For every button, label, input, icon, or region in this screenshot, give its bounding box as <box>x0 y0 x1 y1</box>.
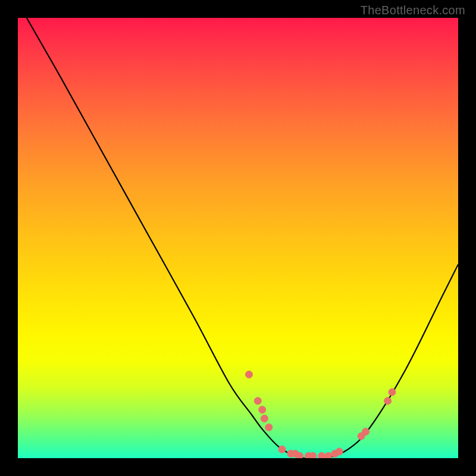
watermark-text: TheBottleneck.com <box>361 4 465 17</box>
data-marker <box>384 397 392 405</box>
data-marker <box>325 452 332 458</box>
data-marker <box>278 446 286 453</box>
data-marker <box>254 397 261 405</box>
chart-frame: TheBottleneck.com <box>0 0 476 476</box>
data-marker <box>296 452 303 458</box>
data-marker <box>261 415 268 422</box>
data-marker <box>246 371 253 378</box>
data-marker <box>389 389 396 396</box>
data-marker <box>362 428 369 436</box>
curve-svg <box>18 18 458 458</box>
data-marker <box>336 448 343 455</box>
data-marker <box>318 452 325 458</box>
data-marker <box>265 424 273 431</box>
marker-group <box>246 371 396 458</box>
data-marker <box>259 406 266 414</box>
data-marker <box>309 452 317 458</box>
plot-area <box>18 18 458 458</box>
